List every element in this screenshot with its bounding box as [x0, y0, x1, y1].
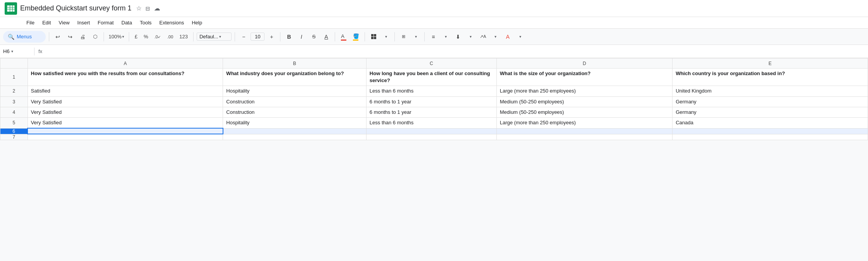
- borders-chevron[interactable]: ▾: [380, 31, 391, 42]
- cell-c6[interactable]: [366, 128, 496, 134]
- col-header-e[interactable]: E: [673, 58, 868, 69]
- row-num-2[interactable]: 2: [0, 86, 28, 96]
- cell-c4[interactable]: 6 months to 1 year: [366, 107, 496, 117]
- cell-d6[interactable]: [496, 128, 672, 134]
- cell-c2[interactable]: Less than 6 months: [366, 86, 496, 96]
- menu-file[interactable]: File: [23, 19, 38, 27]
- menu-view[interactable]: View: [55, 19, 73, 27]
- cell-e4[interactable]: Germany: [673, 107, 868, 117]
- col-header-a[interactable]: A: [28, 58, 223, 69]
- row-num-3[interactable]: 3: [0, 96, 28, 107]
- fill-color-icon: 🪣: [353, 33, 359, 41]
- menu-edit[interactable]: Edit: [39, 19, 54, 27]
- row-num-4[interactable]: 4: [0, 107, 28, 117]
- font-selector[interactable]: Defaul... ▾: [197, 33, 232, 41]
- v-align-chevron[interactable]: ▾: [465, 31, 476, 42]
- cell-e1[interactable]: Which country is your organization based…: [673, 69, 868, 86]
- text-color-2-chevron[interactable]: ▾: [515, 31, 526, 42]
- strikethrough-button[interactable]: S: [308, 31, 319, 42]
- text-color-2-button[interactable]: A: [502, 31, 513, 42]
- cell-a3[interactable]: Very Satisfied: [28, 96, 223, 107]
- h-align-chevron[interactable]: ▾: [440, 31, 451, 42]
- inc-decimals-button[interactable]: .00: [165, 31, 175, 42]
- cell-b1[interactable]: What industry does your organization bel…: [223, 69, 366, 86]
- cloud-icon[interactable]: ☁: [154, 5, 160, 12]
- borders-button[interactable]: [368, 31, 379, 42]
- percent-button[interactable]: %: [141, 31, 150, 42]
- cell-e5[interactable]: Canada: [673, 117, 868, 128]
- paint-format-button[interactable]: ⬡: [90, 31, 100, 42]
- percent-label: %: [144, 34, 148, 39]
- row-num-6[interactable]: 6: [0, 128, 28, 134]
- menu-insert[interactable]: Insert: [74, 19, 93, 27]
- cell-d7[interactable]: [496, 134, 672, 140]
- cell-d3[interactable]: Medium (50-250 employees): [496, 96, 672, 107]
- cell-e2[interactable]: United Kingdom: [673, 86, 868, 96]
- col-header-c[interactable]: C: [366, 58, 496, 69]
- cell-c5[interactable]: Less than 6 months: [366, 117, 496, 128]
- star-icon[interactable]: ☆: [136, 5, 142, 12]
- font-size-input[interactable]: 10: [251, 33, 265, 41]
- merge-cells-button[interactable]: ⊞: [398, 31, 409, 42]
- menu-help[interactable]: Help: [188, 19, 205, 27]
- cell-e7[interactable]: [673, 134, 868, 140]
- format123-button[interactable]: 123: [177, 31, 190, 42]
- bold-button[interactable]: B: [284, 31, 294, 42]
- text-rotation-chevron[interactable]: ▾: [490, 31, 501, 42]
- cell-b3[interactable]: Construction: [223, 96, 366, 107]
- cell-a7[interactable]: [28, 134, 223, 140]
- menu-extensions[interactable]: Extensions: [156, 19, 187, 27]
- fill-color-button[interactable]: 🪣: [351, 31, 361, 42]
- cell-b5[interactable]: Hospitality: [223, 117, 366, 128]
- cell-b7[interactable]: [223, 134, 366, 140]
- sep1: [49, 32, 49, 41]
- menu-data[interactable]: Data: [118, 19, 135, 27]
- menu-format[interactable]: Format: [95, 19, 117, 27]
- text-rotation-button[interactable]: ↗A: [477, 31, 488, 42]
- search-icon: 🔍: [8, 34, 14, 40]
- h-align-button[interactable]: ≡: [428, 31, 439, 42]
- cell-b6[interactable]: [223, 128, 366, 134]
- cell-b4[interactable]: Construction: [223, 107, 366, 117]
- cell-b2[interactable]: Hospitality: [223, 86, 366, 96]
- v-align-button[interactable]: ⬇: [453, 31, 463, 42]
- redo-button[interactable]: ↪: [65, 31, 76, 42]
- cell-c7[interactable]: [366, 134, 496, 140]
- cell-e6[interactable]: [673, 128, 868, 134]
- merge-chevron[interactable]: ▾: [410, 31, 421, 42]
- cell-a2[interactable]: Satisfied: [28, 86, 223, 96]
- row-num-5[interactable]: 5: [0, 117, 28, 128]
- italic-button[interactable]: I: [296, 31, 307, 42]
- cell-d1[interactable]: What is the size of your organization?: [496, 69, 672, 86]
- cell-d5[interactable]: Large (more than 250 employees): [496, 117, 672, 128]
- cell-a6[interactable]: [28, 128, 223, 134]
- row-num-7[interactable]: 7: [0, 134, 28, 140]
- currency-button[interactable]: £: [132, 31, 140, 42]
- cell-a5[interactable]: Very Satisfied: [28, 117, 223, 128]
- cell-a1[interactable]: How satisfied were you with the results …: [28, 69, 223, 86]
- text-color-button[interactable]: A: [338, 31, 349, 42]
- cell-e3[interactable]: Germany: [673, 96, 868, 107]
- cell-c1[interactable]: How long have you been a client of our c…: [366, 69, 496, 86]
- title-bar: Embedded Quickstart survey form 1 ☆ ⊟ ☁: [0, 0, 868, 17]
- font-size-decrease-button[interactable]: −: [238, 31, 249, 42]
- cell-a4[interactable]: Very Satisfied: [28, 107, 223, 117]
- font-size-increase-button[interactable]: +: [266, 31, 277, 42]
- undo-button[interactable]: ↩: [52, 31, 63, 42]
- search-menus[interactable]: 🔍 Menus: [3, 31, 46, 43]
- print-button[interactable]: 🖨: [77, 31, 88, 42]
- dec-decimals-button[interactable]: .0↙: [152, 31, 163, 42]
- menu-tools[interactable]: Tools: [137, 19, 154, 27]
- folder-icon[interactable]: ⊟: [145, 5, 150, 12]
- cell-ref-chevron[interactable]: ▾: [11, 49, 13, 53]
- zoom-selector[interactable]: 100% ▾: [107, 31, 126, 42]
- cell-d4[interactable]: Medium (50-250 employees): [496, 107, 672, 117]
- strikethrough-label: S: [312, 34, 316, 39]
- cell-c3[interactable]: 6 months to 1 year: [366, 96, 496, 107]
- underline-button[interactable]: A: [321, 31, 332, 42]
- cell-d2[interactable]: Large (more than 250 employees): [496, 86, 672, 96]
- col-header-d[interactable]: D: [496, 58, 672, 69]
- col-header-b[interactable]: B: [223, 58, 366, 69]
- row-num-1[interactable]: 1: [0, 69, 28, 86]
- zoom-chevron: ▾: [122, 34, 124, 39]
